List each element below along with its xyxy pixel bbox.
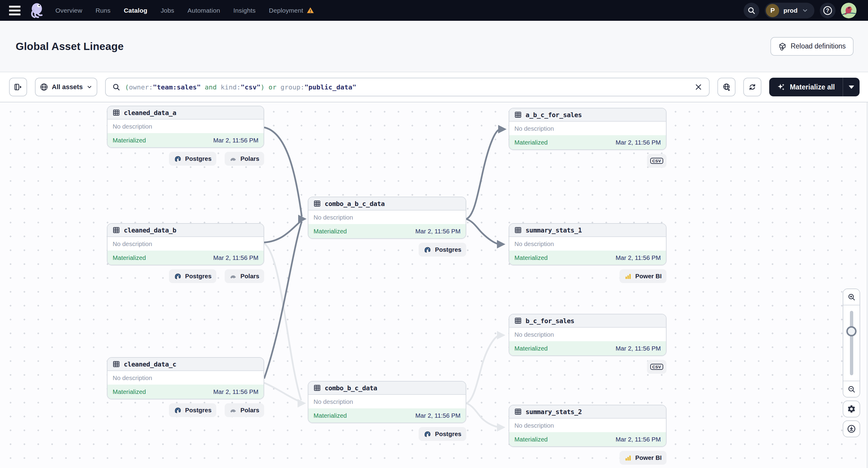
table-icon [313, 200, 321, 208]
sidebar-toggle-button[interactable] [9, 78, 27, 96]
tag-polars[interactable]: Polars [225, 152, 264, 166]
tag-label: Polars [240, 273, 259, 280]
asset-node-combo_b_c_data[interactable]: combo_b_c_data No description Materializ… [308, 381, 466, 423]
tag-csv[interactable]: CSV [647, 154, 666, 168]
asset-node-header: combo_a_b_c_data [308, 197, 466, 211]
tag-postgres[interactable]: Postgres [418, 243, 466, 257]
globe-plus-icon [722, 83, 731, 91]
asset-node-summary_stats_1[interactable]: summary_stats_1 No description Materiali… [509, 223, 666, 265]
menu-hamburger-icon[interactable] [9, 4, 21, 17]
workspace-switcher[interactable]: P prod [765, 3, 814, 19]
asset-description: No description [308, 211, 466, 224]
asset-status-row: Materialized Mar 2, 11:56 PM [509, 341, 666, 355]
asset-timestamp[interactable]: Mar 2, 11:56 PM [213, 388, 258, 396]
settings-button[interactable] [843, 401, 860, 417]
tag-label: Postgres [185, 273, 212, 280]
asset-timestamp[interactable]: Mar 2, 11:56 PM [213, 137, 258, 144]
zoom-in-icon [847, 293, 856, 301]
materialize-options-button[interactable] [843, 78, 860, 96]
nav-item-insights[interactable]: Insights [234, 7, 256, 14]
tag-label: Postgres [435, 246, 461, 253]
tag-postgres[interactable]: Postgres [169, 403, 217, 417]
asset-timestamp[interactable]: Mar 2, 11:56 PM [415, 412, 461, 419]
asset-timestamp[interactable]: Mar 2, 11:56 PM [616, 345, 661, 352]
asset-node-a_b_c_for_sales[interactable]: a_b_c_for_sales No description Materiali… [509, 108, 666, 150]
workspace-avatar: P [766, 4, 779, 17]
tag-label: Power BI [635, 273, 662, 280]
tag-postgres[interactable]: Postgres [169, 269, 217, 283]
asset-search-input[interactable]: (owner:"team:sales" and kind:"csv") or g… [105, 78, 710, 96]
asset-status: Materialized [313, 228, 347, 235]
clear-search-icon[interactable] [694, 83, 702, 91]
asset-name: cleaned_data_a [124, 109, 176, 117]
nav-item-runs[interactable]: Runs [95, 7, 111, 14]
edge-cleaned_data_b-combo_b_c_data [264, 243, 301, 400]
asset-node-combo_a_b_c_data[interactable]: combo_a_b_c_data No description Material… [308, 197, 466, 239]
postgres-icon [424, 246, 432, 254]
asset-name: combo_a_b_c_data [325, 200, 384, 208]
polars-icon [229, 155, 237, 163]
tag-powerbi[interactable]: Power BI [620, 269, 666, 283]
globe-icon [40, 83, 48, 91]
tag-polars[interactable]: Polars [225, 403, 264, 417]
asset-node-cleaned_data_b[interactable]: cleaned_data_b No description Materializ… [107, 223, 264, 265]
zoom-in-button[interactable] [843, 289, 860, 305]
arrowhead-summary_stats_1 [497, 240, 505, 248]
asset-timestamp[interactable]: Mar 2, 11:56 PM [415, 228, 461, 235]
asset-status: Materialized [113, 254, 146, 261]
asset-timestamp[interactable]: Mar 2, 11:56 PM [213, 254, 258, 261]
nav-item-overview[interactable]: Overview [55, 7, 82, 14]
download-button[interactable] [843, 420, 860, 437]
asset-name: cleaned_data_c [124, 361, 176, 368]
asset-scope-dropdown[interactable]: All assets [35, 78, 97, 96]
asset-timestamp[interactable]: Mar 2, 11:56 PM [616, 436, 661, 443]
asset-status-row: Materialized Mar 2, 11:56 PM [509, 251, 666, 265]
asset-node-header: summary_stats_1 [509, 224, 666, 237]
user-avatar[interactable] [841, 3, 857, 19]
asset-name: summary_stats_2 [526, 408, 582, 415]
lineage-scope-button[interactable] [717, 78, 736, 96]
asset-description: No description [509, 327, 666, 341]
asset-description: No description [509, 122, 666, 135]
nav-item-automation[interactable]: Automation [188, 7, 220, 14]
asset-node-header: summary_stats_2 [509, 405, 666, 418]
lineage-canvas[interactable]: cleaned_data_a No description Materializ… [0, 102, 868, 468]
tag-row-cleaned_data_a: PostgresPolars [107, 152, 264, 166]
nav-item-deployment[interactable]: Deployment [269, 6, 314, 14]
edge-combo_b_c_data-summary_stats_2 [466, 403, 500, 427]
tag-powerbi[interactable]: Power BI [620, 451, 666, 465]
search-button[interactable] [744, 3, 759, 19]
tag-postgres[interactable]: Postgres [418, 427, 466, 441]
dagster-logo[interactable] [28, 2, 44, 19]
asset-description: No description [509, 237, 666, 251]
materialize-all-button[interactable]: Materialize all [769, 78, 843, 96]
nav-item-catalog[interactable]: Catalog [124, 7, 147, 14]
reload-definitions-button[interactable]: Reload definitions [770, 37, 854, 56]
tag-postgres[interactable]: Postgres [169, 152, 217, 166]
asset-status-row: Materialized Mar 2, 11:56 PM [509, 432, 666, 446]
arrowhead-b_c_for_sales [497, 331, 505, 339]
edge-cleaned_data_a-combo_a_b_c_data [264, 127, 302, 217]
asset-node-cleaned_data_a[interactable]: cleaned_data_a No description Materializ… [107, 106, 264, 148]
asset-node-cleaned_data_c[interactable]: cleaned_data_c No description Materializ… [107, 357, 264, 399]
asset-description: No description [107, 371, 264, 384]
nav-item-jobs[interactable]: Jobs [160, 7, 174, 14]
asset-status: Materialized [515, 254, 548, 261]
asset-timestamp[interactable]: Mar 2, 11:56 PM [616, 139, 661, 146]
zoom-out-button[interactable] [843, 381, 860, 397]
asset-name: a_b_c_for_sales [526, 111, 582, 119]
tag-csv[interactable]: CSV [647, 360, 666, 374]
nav-right: P prod ? [744, 3, 857, 19]
help-button[interactable]: ? [820, 3, 835, 19]
refresh-button[interactable] [743, 78, 762, 96]
asset-node-b_c_for_sales[interactable]: b_c_for_sales No description Materialize… [509, 314, 666, 356]
zoom-slider[interactable] [843, 305, 860, 381]
asset-timestamp[interactable]: Mar 2, 11:56 PM [616, 254, 661, 261]
materialize-all-split-button: Materialize all [769, 78, 860, 96]
zoom-slider-thumb[interactable] [846, 326, 857, 336]
asset-node-summary_stats_2[interactable]: summary_stats_2 No description Materiali… [509, 405, 666, 447]
asset-status: Materialized [313, 412, 347, 419]
asset-node-header: cleaned_data_a [107, 106, 264, 120]
tag-polars[interactable]: Polars [225, 269, 264, 283]
asset-description: No description [308, 395, 466, 408]
